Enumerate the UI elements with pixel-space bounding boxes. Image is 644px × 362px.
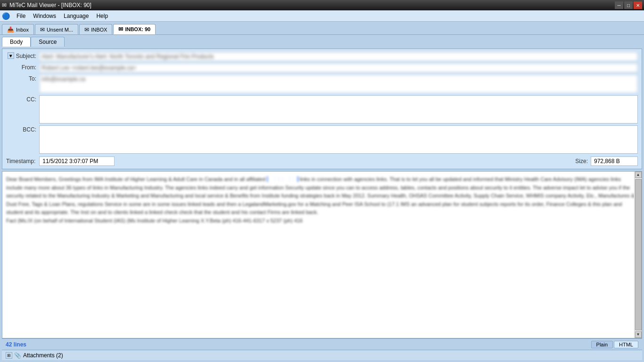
tabbar: 📥 Inbox ✉ Unsent M... ✉ INBOX ✉ INBOX: 9… [0,22,644,35]
tab-unsent-label: Unsent M... [47,27,73,33]
collapse-icon[interactable]: ▼ [8,52,14,59]
menu-language[interactable]: Language [60,12,92,20]
from-value: Robert Lee <robert.lee@example.ca> [39,63,638,73]
bcc-row: BCC: [6,125,638,154]
scroll-down[interactable]: ▼ [635,331,642,338]
cc-label: CC: [6,95,39,103]
subject-value: Alert: Manufacturer's Alert: North Toron… [39,52,638,61]
tab-body[interactable]: Body [2,37,31,47]
app-icon: ✉ [2,2,7,8]
timestamp-label: Timestamp: [6,158,35,165]
from-label: From: [6,63,39,71]
view-tabs: Body Source [2,37,642,47]
inbox90-icon: ✉ [118,26,123,33]
format-tabs: Plain HTML [591,341,638,348]
size-section: Size: 972,868 B [575,156,638,166]
to-label: To: [6,74,39,82]
main-panel: Body Source ▼ Subject: Alert: Manufactur… [0,35,644,362]
menu-help[interactable]: Help [92,12,112,20]
metadata-row: Timestamp: 11/5/2012 3:07:07 PM Size: 97… [6,156,638,166]
subject-label: Subject: [16,52,36,59]
line-count: 42 lines [6,341,26,348]
bcc-label: BCC: [6,125,39,133]
attachment-icon: 📎 [14,352,21,359]
to-value: info@example.ca [39,74,638,93]
inbox-icon: 📥 [7,26,14,33]
menu-file[interactable]: File [13,12,29,20]
scroll-thumb[interactable] [635,179,642,330]
timestamp-value: 11/5/2012 3:07:07 PM [39,156,115,166]
attachments-bar: ⊞ 📎 Attachments (2) [2,350,642,360]
attachments-expand-icon[interactable]: ⊞ [6,352,12,359]
body-text: Dear Board Members, Greetings from IMA I… [6,175,638,225]
attachments-label: Attachments (2) [23,352,63,359]
tab-inbox90-label: INBOX: 90 [125,26,150,32]
from-row: From: Robert Lee <robert.lee@example.ca> [6,63,638,73]
inbox2-icon: ✉ [84,26,89,33]
scroll-up[interactable]: ▲ [635,172,642,178]
tab-inbox[interactable]: 📥 Inbox [2,24,34,34]
tab-inbox-label: Inbox [16,27,29,33]
app-menu-icon: 🔵 [2,12,10,20]
cc-value [39,95,638,123]
subject-row: ▼ Subject: Alert: Manufacturer's Alert: … [6,52,638,61]
titlebar-controls: ─ □ ✕ [615,1,642,9]
body-highlight: ████████ [267,176,298,182]
close-button[interactable]: ✕ [634,1,642,9]
size-label: Size: [575,158,588,165]
tab-unsent[interactable]: ✉ Unsent M... [35,24,78,34]
cc-row: CC: [6,95,638,123]
menubar: 🔵 File Windows Language Help [0,10,644,22]
format-tab-plain[interactable]: Plain [591,341,613,348]
menu-windows[interactable]: Windows [29,12,60,20]
tab-inbox2-label: INBOX [91,27,107,33]
titlebar-title: MiTeC Mail Viewer - [INBOX: 90] [9,2,91,8]
format-tab-html[interactable]: HTML [614,341,638,348]
size-value: 972,868 B [591,156,638,166]
bcc-value [39,125,638,154]
maximize-button[interactable]: □ [624,1,633,9]
body-scrollbar[interactable]: ▲ ▼ [634,172,642,338]
to-row: To: info@example.ca [6,74,638,93]
titlebar-left: ✉ MiTeC Mail Viewer - [INBOX: 90] [2,2,91,8]
timestamp-section: Timestamp: 11/5/2012 3:07:07 PM [6,156,115,166]
tab-source[interactable]: Source [31,37,65,47]
titlebar: ✉ MiTeC Mail Viewer - [INBOX: 90] ─ □ ✕ [0,0,644,10]
bottom-bar: 42 lines Plain HTML [2,338,642,350]
email-header-panel: ▼ Subject: Alert: Manufacturer's Alert: … [2,49,642,169]
tab-inbox2[interactable]: ✉ INBOX [79,24,112,34]
minimize-button[interactable]: ─ [615,1,623,9]
tab-inbox90[interactable]: ✉ INBOX: 90 [113,24,156,34]
email-body: Dear Board Members, Greetings from IMA I… [2,171,642,338]
unsent-icon: ✉ [40,26,45,33]
